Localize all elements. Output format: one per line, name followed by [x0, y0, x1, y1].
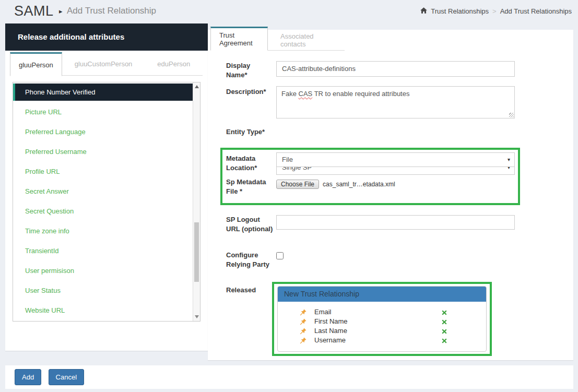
released-attribute-row: Last Name: [278, 326, 486, 336]
chevron-down-icon: ▾: [508, 153, 510, 167]
chosen-filename: cas_saml_tr…etadata.xml: [323, 181, 395, 188]
home-icon: [420, 7, 427, 15]
pushpin-icon: [300, 337, 306, 346]
entity-type-label: Entity Type*: [226, 127, 278, 137]
attribute-item[interactable]: Profile URL: [13, 162, 200, 182]
scroll-down-icon[interactable]: [193, 313, 200, 320]
attribute-schema-tabs: gluuPerson gluuCustomPerson eduPerson: [10, 52, 203, 76]
attribute-list: Phone Number Verified Picture URL Prefer…: [13, 82, 200, 322]
release-attributes-title: Release additional attributes: [5, 23, 208, 51]
metadata-location-select[interactable]: File ▾: [276, 152, 515, 167]
configure-relying-party-label: Configure Relying Party: [226, 251, 273, 269]
released-attribute-label: Username: [314, 336, 346, 344]
configure-relying-party-checkbox[interactable]: [276, 252, 284, 259]
sp-logout-url-input[interactable]: [276, 215, 515, 230]
attribute-item[interactable]: Secret Question: [13, 201, 200, 221]
tab-associated-contacts[interactable]: Associated contacts: [268, 30, 345, 51]
cancel-button[interactable]: Cancel: [49, 369, 84, 385]
title-caret-icon: ▸: [59, 7, 63, 15]
released-attribute-row: Email: [278, 307, 486, 317]
released-attribute-row: Username: [278, 336, 486, 345]
description-label: Description*: [226, 87, 278, 97]
attribute-item[interactable]: TransientId: [13, 241, 200, 261]
tab-gluucustomperson[interactable]: gluuCustomPerson: [62, 52, 145, 76]
attribute-item[interactable]: User Status: [13, 281, 200, 301]
breadcrumb-separator: >: [492, 7, 497, 15]
released-attribute-label: Email: [314, 308, 332, 316]
attribute-item[interactable]: User permisison: [13, 261, 200, 281]
breadcrumb-current: Add Trust Relationships: [500, 7, 572, 15]
attribute-item[interactable]: Picture URL: [13, 102, 200, 122]
attribute-item[interactable]: Preferred Language: [13, 122, 200, 142]
attribute-item[interactable]: Website URL: [13, 301, 200, 320]
tab-eduperson[interactable]: eduPerson: [145, 52, 203, 76]
scrollbar-thumb[interactable]: [194, 222, 199, 282]
display-name-label: Display Name*: [226, 61, 273, 80]
action-footer: Add Cancel: [5, 365, 573, 389]
misspelled-word: CAS: [299, 90, 313, 98]
sp-logout-url-label: SP Logout URL (optional): [226, 215, 273, 234]
metadata-highlight-box: Metadata Location* File ▾ Sp Metadata Fi…: [220, 148, 520, 205]
attribute-list-scrollbar[interactable]: [193, 82, 200, 321]
breadcrumb-parent[interactable]: Trust Relationships: [431, 7, 489, 15]
resize-grip[interactable]: [509, 113, 514, 117]
display-name-input[interactable]: CAS-attribute-definitions: [276, 61, 515, 77]
tab-gluuperson[interactable]: gluuPerson: [10, 52, 62, 76]
add-button[interactable]: Add: [15, 369, 41, 385]
choose-file-button[interactable]: Choose File: [276, 180, 319, 189]
page-title: Add Trust Relationship: [67, 6, 156, 16]
breadcrumb: Trust Relationships > Add Trust Relation…: [420, 7, 572, 15]
attribute-item[interactable]: Preferred Username: [13, 142, 200, 162]
tab-trust-agreement[interactable]: Trust Agreement: [210, 27, 268, 51]
sp-metadata-file-label: Sp Metadata File *: [226, 177, 273, 196]
remove-attribute-icon[interactable]: [441, 337, 447, 346]
description-textarea[interactable]: Fake CAS TR to enable required attribute…: [276, 86, 515, 118]
trust-agreement-panel: Trust Agreement Associated contacts Disp…: [208, 30, 573, 360]
release-attributes-panel: Release additional attributes gluuPerson…: [5, 23, 208, 351]
released-label: Released: [226, 286, 273, 295]
attribute-item[interactable]: Time zone info: [13, 221, 200, 241]
released-highlight-box: New Trust Relationship Email First Name …: [272, 282, 492, 356]
released-attribute-label: First Name: [314, 317, 348, 325]
attribute-item-selected[interactable]: Phone Number Verified: [13, 84, 193, 101]
released-panel-title: New Trust Relationship: [278, 287, 486, 302]
attribute-item[interactable]: Secret Answer: [13, 182, 200, 201]
metadata-location-label: Metadata Location*: [226, 154, 273, 173]
released-attributes-panel: New Trust Relationship Email First Name …: [277, 286, 487, 352]
scroll-up-icon[interactable]: [193, 83, 200, 90]
app-title: SAML: [14, 3, 54, 19]
released-attribute-row: First Name: [278, 317, 486, 326]
released-attribute-label: Last Name: [314, 327, 347, 335]
